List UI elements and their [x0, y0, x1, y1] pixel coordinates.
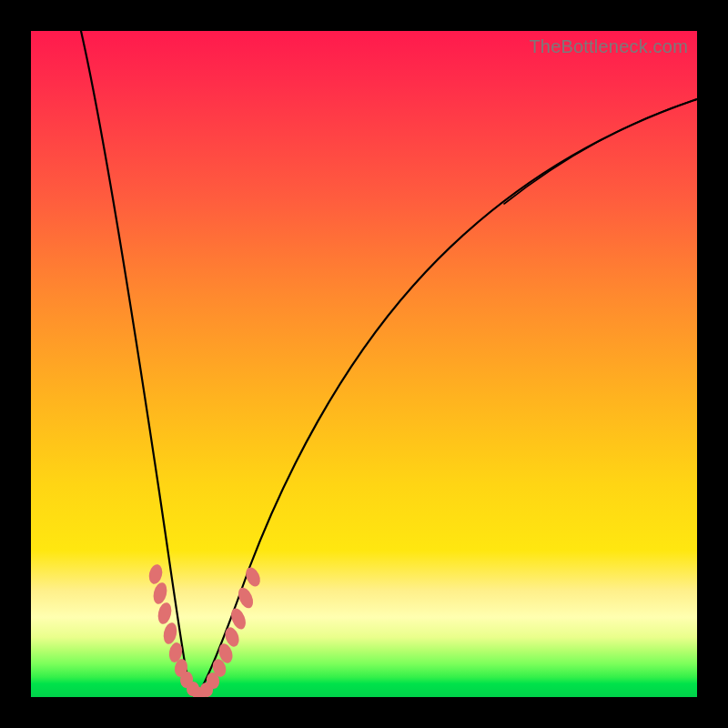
curve-right-branch — [197, 99, 697, 695]
plot-area: TheBottleneck.com — [31, 31, 697, 697]
marker-cluster — [147, 563, 263, 697]
svg-point-3 — [162, 622, 179, 645]
chart-frame: TheBottleneck.com — [0, 0, 728, 728]
svg-point-0 — [147, 563, 165, 586]
bottleneck-curve — [31, 31, 697, 697]
svg-point-2 — [156, 602, 173, 626]
curve-left-branch — [81, 31, 197, 695]
curve-right-thin — [504, 99, 697, 204]
svg-point-1 — [151, 581, 168, 606]
